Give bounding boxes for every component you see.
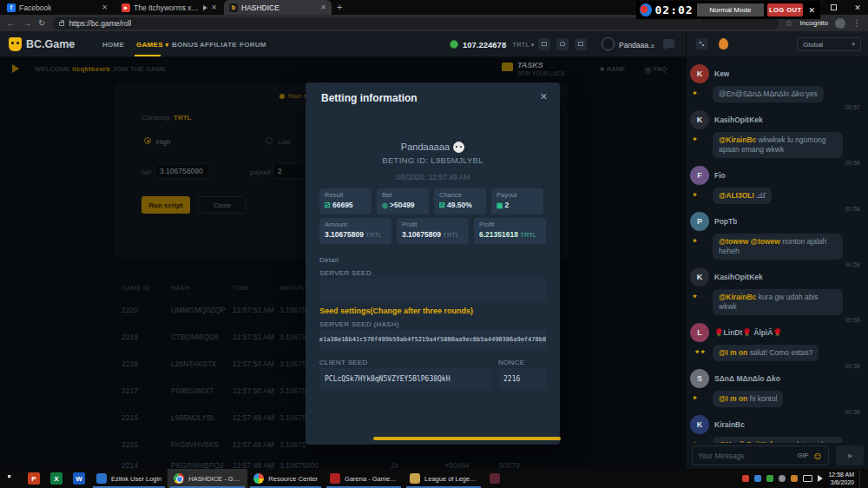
chat-input[interactable] bbox=[698, 452, 793, 460]
screen: f Facebook ✕ ▸ The Itchyworms x Ely Buen… bbox=[0, 0, 868, 488]
server-seed-input[interactable] bbox=[319, 279, 546, 301]
modal-close-icon[interactable]: ✕ bbox=[540, 91, 548, 102]
chat-message[interactable]: SSΔnΔ MΔnΔlo Δko ★···· @I m on hi kontol… bbox=[690, 369, 864, 407]
pinned-app-icon bbox=[490, 473, 500, 484]
gif-button[interactable]: GIF bbox=[797, 452, 808, 459]
reload-button[interactable]: ↻ bbox=[38, 18, 45, 28]
taskbar-clock[interactable]: 12:58 AM 3/6/2020 bbox=[828, 471, 854, 486]
stat-amount: Amount 3.10675809 TRTL bbox=[319, 218, 391, 244]
chevron-down-icon: ▾ bbox=[531, 42, 535, 48]
username[interactable]: Pandaaa... bbox=[619, 41, 654, 49]
avatar[interactable]: L bbox=[690, 323, 709, 342]
detail-label: Detail bbox=[319, 256, 339, 264]
clock-date: 3/6/2020 bbox=[828, 478, 854, 486]
stat-profit: Profit 3.10675809 TRTL bbox=[397, 218, 469, 244]
player-name[interactable]: Pandaaaaa bbox=[306, 142, 560, 153]
tab-facebook[interactable]: f Facebook ✕ bbox=[2, 0, 113, 15]
excel-icon[interactable]: X bbox=[50, 472, 62, 485]
level-badge-icon: ★★ bbox=[690, 345, 711, 361]
stat-profit-total: Profit 6.21351618 TRTL bbox=[474, 218, 546, 244]
chat-toggle-icon[interactable] bbox=[663, 39, 674, 48]
notifications-button[interactable] bbox=[556, 38, 569, 50]
back-button[interactable]: ← bbox=[7, 18, 16, 28]
chat-message[interactable]: KKasihOpitKek ★···· @KirainBc wkwkwk lu … bbox=[690, 110, 864, 158]
url-text[interactable]: https://bc.game/roll bbox=[69, 19, 131, 28]
panda-avatar-icon bbox=[453, 142, 464, 153]
taskbar-app-ezlink[interactable]: Ezlink User Login bbox=[90, 469, 168, 488]
chat-message[interactable]: KKew ★···· @En@SΔnΔ MΔnΔlo Δko:yes 00:57 bbox=[690, 64, 864, 102]
chat-channel-label: Global bbox=[803, 41, 823, 49]
avatar[interactable]: K bbox=[690, 267, 709, 287]
chat-games-icon[interactable] bbox=[696, 38, 707, 49]
resource-center-icon bbox=[253, 473, 264, 484]
change-seed-button[interactable] bbox=[373, 437, 561, 440]
start-button[interactable] bbox=[0, 469, 23, 488]
logout-button[interactable]: LOG OUT bbox=[767, 3, 803, 16]
avatar[interactable]: P bbox=[690, 212, 709, 231]
avatar[interactable]: K bbox=[690, 110, 709, 129]
tab-audio-icon[interactable] bbox=[203, 5, 207, 10]
chat-message[interactable]: PPopTb ★···· @towew @towew nonton ajalah… bbox=[690, 212, 864, 260]
taskbar-app-chrome[interactable]: HASHDICE - Googl... bbox=[168, 469, 247, 488]
stat-result: Result ⚂66695 bbox=[319, 188, 372, 214]
cafe-timer-close-icon[interactable]: ✕ bbox=[806, 6, 817, 15]
client-seed-input[interactable]: PCLcQSk7HYk8qN5VZYEY5BlP638QkH bbox=[319, 368, 491, 389]
chat-message[interactable]: KKasihOpitKek ★···· @KirainBc kura gw ud… bbox=[690, 267, 864, 315]
client-seed-label: CLIENT SEED bbox=[319, 359, 368, 366]
powerpoint-icon[interactable]: P bbox=[28, 472, 40, 485]
chat-message[interactable]: FFio ★···· @ALI3OLI كك 00:58 bbox=[690, 166, 864, 204]
tray-app-icon[interactable] bbox=[791, 475, 798, 482]
messages-button[interactable] bbox=[575, 38, 587, 50]
tab-hashdice-active[interactable]: b HASHDICE ✕ bbox=[224, 0, 332, 15]
taskbar-app-resource-center[interactable]: Resource Center bbox=[247, 469, 324, 488]
currency-select[interactable]: TRTL ▾ bbox=[512, 41, 534, 49]
chat-input-box[interactable]: GIF ☺ bbox=[692, 445, 829, 465]
tab-youtube[interactable]: ▸ The Itchyworms x Ely Buend ✕ bbox=[116, 0, 222, 15]
word-icon[interactable]: W bbox=[73, 472, 85, 485]
ezlink-icon bbox=[96, 473, 107, 484]
window-restore-button[interactable] bbox=[823, 0, 844, 15]
nonce-input[interactable]: 2216 bbox=[498, 368, 546, 389]
chat-flame-icon[interactable] bbox=[719, 38, 728, 49]
tray-app-icon[interactable] bbox=[754, 475, 761, 482]
forward-button[interactable]: → bbox=[23, 18, 31, 28]
emoji-icon[interactable]: ☺ bbox=[812, 451, 823, 461]
chat-message[interactable]: KKirainBc ★···· @KasihOpitKek enggak tau… bbox=[690, 415, 864, 443]
user-avatar[interactable] bbox=[602, 37, 615, 50]
new-tab-button[interactable]: + bbox=[337, 2, 342, 12]
tab-close-icon[interactable]: ✕ bbox=[320, 3, 326, 11]
dice-icon: ⚄ bbox=[439, 201, 445, 209]
avatar[interactable]: F bbox=[690, 166, 709, 185]
avatar[interactable]: S bbox=[690, 369, 709, 388]
bet-amounts-row: Amount 3.10675809 TRTL Profit 3.10675809… bbox=[319, 218, 546, 244]
vault-icon bbox=[542, 42, 547, 46]
window-close-button[interactable]: ✕ bbox=[847, 0, 868, 15]
browser-menu-icon[interactable]: ⋮ bbox=[852, 18, 861, 28]
incognito-avatar-icon bbox=[835, 18, 845, 29]
cafe-timer-mode: Normal Mode bbox=[697, 3, 764, 16]
tray-app-icon[interactable] bbox=[766, 475, 773, 482]
avatar[interactable]: K bbox=[690, 64, 709, 83]
tab-close-icon[interactable]: ✕ bbox=[211, 3, 217, 11]
tab-close-icon[interactable]: ✕ bbox=[102, 3, 108, 11]
chat-message[interactable]: L🌹LinDt🌹 ÂlpìÂ🌹 ★★ @I m on salut! Como e… bbox=[690, 323, 864, 361]
tray-app-icon[interactable] bbox=[779, 475, 786, 482]
show-desktop-button[interactable] bbox=[859, 469, 863, 488]
tray-shield-icon[interactable] bbox=[742, 475, 749, 482]
chevron-down-icon: ▾ bbox=[852, 41, 855, 48]
taskbar-app-lol[interactable]: League of Legends bbox=[404, 469, 483, 488]
taskbar: P X W Ezlink User Login HASHDICE - Googl… bbox=[0, 469, 868, 488]
chevron-down-icon[interactable]: ▾ bbox=[651, 43, 654, 49]
mail-icon bbox=[578, 42, 583, 46]
avatar[interactable]: K bbox=[690, 415, 709, 434]
taskbar-app-pinned[interactable] bbox=[483, 469, 506, 488]
bet-date: 3/6/2020, 12:57:49 AM bbox=[306, 173, 560, 181]
chat-channel-select[interactable]: Global ▾ bbox=[797, 37, 861, 51]
taskbar-app-garena[interactable]: Garena - Game Cen... bbox=[324, 469, 404, 488]
network-display-icon[interactable] bbox=[803, 475, 812, 482]
vault-button[interactable] bbox=[538, 38, 550, 50]
server-seed-hash-input[interactable]: e1a30e16b41c578f499b59ab4f5219a4f5880aa9… bbox=[319, 330, 546, 349]
send-button[interactable]: ➤ bbox=[836, 445, 864, 465]
volume-icon[interactable] bbox=[818, 475, 823, 482]
bookmark-star-icon[interactable]: ☆ bbox=[786, 18, 793, 28]
